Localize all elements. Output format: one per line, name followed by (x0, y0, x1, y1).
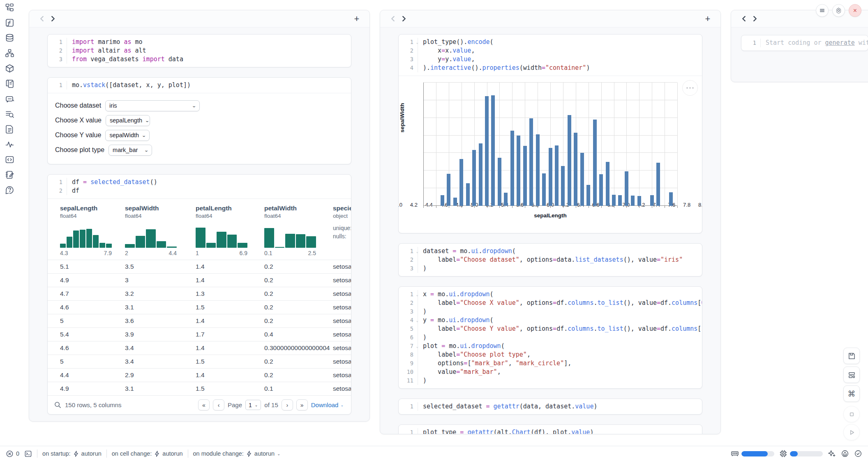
code-editor[interactable]: 1⌄dataset = mo.ui.dropdown(2 label="Choo… (399, 244, 702, 276)
add-cell-button[interactable]: + (351, 14, 362, 24)
code-cell-dataframe[interactable]: 1df = selected_dataset()2df sepalLengthf… (47, 174, 351, 415)
bar[interactable] (625, 171, 628, 206)
code-line[interactable]: 5 label="Choose Y value", options=df.col… (399, 325, 702, 333)
bar[interactable] (466, 183, 470, 206)
column-header-sepalWidth[interactable]: sepalWidthfloat6424.4 (125, 205, 196, 256)
sidebar-database-button[interactable] (0, 30, 23, 46)
code-line[interactable]: 8 label="Choose plot type", (399, 350, 702, 359)
bar[interactable] (656, 163, 660, 206)
dropdown-choose-x-value[interactable]: sepalLength⌄ (106, 115, 150, 126)
column-name[interactable]: petalWidth (264, 205, 333, 212)
code-line[interactable]: 2 x=x.value, (399, 46, 702, 55)
bar[interactable] (441, 195, 444, 206)
settings-gear-button[interactable] (832, 4, 845, 17)
code-editor[interactable]: 1⌄x = mo.ui.dropdown(2 label="Choose X v… (399, 287, 702, 388)
code-cell-selected-dataset[interactable]: 1selected_dataset = getattr(data, datase… (398, 399, 702, 415)
bar[interactable] (529, 118, 533, 206)
column-header-petalWidth[interactable]: petalWidthfloat640.12.5 (264, 205, 333, 256)
fold-chevron-icon[interactable]: ⌄ (416, 38, 418, 47)
download-button[interactable]: Download ⌄ (311, 401, 344, 408)
runtime-setting-2[interactable]: on cell change:autorun (112, 450, 183, 457)
bar[interactable] (586, 185, 590, 206)
code-line[interactable]: 3) (399, 307, 702, 316)
code-line[interactable]: 1⌄dataset = mo.ui.dropdown( (399, 247, 702, 256)
code-line[interactable]: 2 label="Choose X value", options=df.col… (399, 299, 702, 307)
save-button[interactable] (843, 348, 860, 364)
code-line[interactable]: 1df = selected_dataset() (48, 178, 351, 187)
generate-with-ai-link[interactable]: generate (825, 39, 855, 46)
chart-actions-button[interactable] (682, 80, 698, 96)
ai-assist-button[interactable] (828, 449, 836, 458)
column-header-petalLength[interactable]: petalLengthfloat6416.9 (196, 205, 264, 256)
code-line[interactable]: 1⌄plot_type().encode( (399, 38, 702, 46)
next-page-button[interactable]: › (282, 399, 293, 410)
code-line[interactable]: 1selected_dataset = getattr(data, datase… (399, 402, 702, 411)
table-row[interactable]: 4.63.11.50.2setosa (48, 300, 351, 314)
fold-chevron-icon[interactable]: ⌄ (416, 290, 418, 299)
code-line[interactable]: 6) (399, 333, 702, 342)
code-editor[interactable]: 1import marimo as mo2import altair as al… (48, 35, 351, 67)
search-icon[interactable] (54, 401, 61, 408)
sidebar-search-list-button[interactable] (0, 106, 23, 122)
sidebar-document-button[interactable] (0, 122, 23, 137)
table-row[interactable]: 4.63.41.40.30000000000000004setosa (48, 341, 351, 355)
bar[interactable] (485, 96, 489, 206)
code-line[interactable]: 1⌄x = mo.ui.dropdown( (399, 290, 702, 299)
bar[interactable] (523, 146, 527, 206)
table-row[interactable]: 53.41.50.2setosa (48, 355, 351, 368)
first-page-button[interactable]: « (198, 399, 210, 410)
code-line[interactable]: 3from vega_datasets import data (48, 55, 351, 64)
code-line[interactable]: 1import marimo as mo (48, 38, 351, 46)
table-row[interactable]: 5.43.91.70.4setosa (48, 327, 351, 341)
sidebar-activity-button[interactable] (0, 137, 23, 152)
cpu-usage[interactable] (779, 449, 823, 458)
code-cell-dataset-dropdown[interactable]: 1⌄dataset = mo.ui.dropdown(2 label="Choo… (398, 243, 702, 277)
fold-chevron-icon[interactable]: ⌄ (416, 316, 418, 325)
command-palette-button[interactable]: ⌘ (843, 385, 860, 402)
bar[interactable] (549, 148, 552, 206)
sidebar-chatbot-button[interactable] (0, 91, 23, 106)
code-line[interactable]: 3 y=y.value, (399, 55, 702, 64)
chevron-left-icon[interactable] (388, 14, 398, 24)
column-name[interactable]: species (333, 205, 351, 212)
chevron-right-icon[interactable] (398, 14, 409, 24)
bar[interactable] (555, 145, 559, 206)
code-cell-plot-type[interactable]: 1plot_type = getattr(alt.Chart(df), plot… (398, 424, 702, 434)
bar[interactable] (631, 196, 635, 206)
last-page-button[interactable]: » (296, 399, 308, 410)
shutdown-close-button[interactable]: × (849, 4, 861, 17)
code-line[interactable]: 2df (48, 187, 351, 195)
connection-status[interactable] (854, 449, 862, 458)
sidebar-code-snippet-button[interactable] (0, 152, 23, 167)
bar[interactable] (453, 198, 457, 206)
column-name[interactable]: sepalLength (60, 205, 125, 212)
code-line[interactable]: 10 value="mark_bar", (399, 368, 702, 376)
code-placeholder[interactable]: Start coding or generate with (760, 39, 868, 47)
errors-indicator[interactable]: 0 (6, 450, 19, 458)
sidebar-workflow-button[interactable] (0, 46, 23, 61)
bar[interactable] (599, 174, 603, 206)
table-row[interactable]: 5.13.51.40.2setosa (48, 260, 351, 273)
bar[interactable] (472, 150, 476, 206)
bar[interactable] (580, 153, 584, 206)
sidebar-help-button[interactable] (0, 182, 23, 198)
bar[interactable] (510, 131, 514, 206)
memory-usage[interactable] (731, 449, 774, 458)
column-header-sepalLength[interactable]: sepalLengthfloat644.37.9 (60, 205, 125, 256)
sidebar-file-tree-button[interactable] (0, 0, 23, 15)
table-row[interactable]: 53.61.40.2setosa (48, 314, 351, 327)
table-row[interactable]: 4.931.40.2setosa (48, 273, 351, 287)
code-editor[interactable]: 1df = selected_dataset()2df (48, 175, 351, 198)
code-line[interactable]: 9 options=["mark_bar", "mark_circle"], (399, 359, 702, 368)
bar[interactable] (561, 166, 565, 206)
chevron-left-icon[interactable] (739, 14, 749, 24)
bar[interactable] (606, 162, 609, 206)
bar-chart[interactable]: 4.04.24.44.64.85.05.25.45.65.86.06.26.46… (399, 76, 702, 233)
code-line[interactable]: 11) (399, 376, 702, 385)
page-select[interactable]: 1 ⌄ (245, 400, 261, 410)
code-cell-plot[interactable]: 1⌄plot_type().encode(2 x=x.value,3 y=y.v… (398, 34, 702, 233)
sidebar-function-button[interactable] (0, 15, 23, 30)
bar[interactable] (574, 133, 577, 206)
bar[interactable] (669, 192, 673, 206)
table-row[interactable]: 4.42.91.40.2setosa (48, 368, 351, 382)
